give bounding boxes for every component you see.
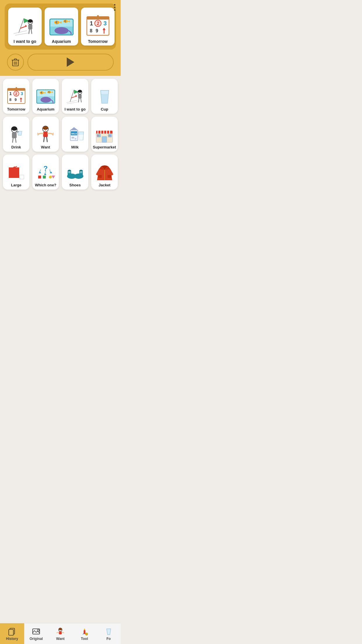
svg-point-17 [55,22,56,23]
strip-card-aquarium[interactable]: Aquarium [45,8,78,46]
want-to-go-image [12,15,38,38]
svg-point-139 [79,170,83,172]
svg-marker-123 [39,172,41,173]
grid-card-label-want-to-go: I want to go [64,107,85,111]
svg-point-101 [71,137,74,139]
svg-point-58 [41,97,51,103]
svg-point-79 [11,127,17,131]
svg-point-102 [75,138,76,139]
svg-text:1: 1 [90,20,93,27]
grid-card-want-to-go[interactable]: I want to go [62,79,88,114]
svg-rect-44 [8,88,25,91]
svg-text:9: 9 [96,28,98,33]
svg-line-126 [50,170,50,173]
svg-text:9: 9 [15,97,17,102]
svg-point-5 [28,19,33,23]
play-button[interactable] [27,54,114,71]
sentence-strip: I want to go [5,4,116,50]
grid-card-label-large: Large [11,183,21,187]
svg-marker-77 [75,95,77,97]
trash-button[interactable] [7,54,24,71]
svg-point-85 [44,129,45,130]
aquarium-grid-image [36,87,56,105]
grid-card-label-cup: Cup [101,107,108,111]
svg-text:?: ? [43,164,48,172]
svg-line-67 [70,90,74,102]
grid-card-label-aquarium: Aquarium [37,107,55,111]
svg-text:MILK: MILK [71,132,77,135]
more-options-button[interactable] [114,4,115,11]
want-grid-image [35,125,56,143]
card-grid-row-1: 1 2 3 8 9 Tomorrow [3,79,118,114]
svg-line-8 [31,29,32,34]
grid-card-which-one[interactable]: ? Which one? [32,155,59,190]
grid-card-label-shoes: Shoes [69,183,81,187]
grid-card-supermarket[interactable]: Supermarket [91,117,118,152]
grid-card-shoes[interactable]: Shoes [62,155,88,190]
svg-line-3 [15,33,28,35]
grid-card-milk[interactable]: MILK Milk [62,117,88,152]
strip-card-label-aquarium: Aquarium [52,39,71,44]
svg-rect-116 [110,135,110,136]
svg-line-75 [81,99,81,102]
svg-rect-24 [87,17,109,20]
grid-card-label-milk: Milk [71,145,78,149]
svg-rect-110 [102,136,107,142]
shoes-grid-image [65,163,85,181]
svg-line-82 [15,138,16,142]
svg-text:3: 3 [21,91,23,96]
svg-marker-131 [52,176,55,178]
which-one-grid-image: ? [36,163,56,181]
aquarium-image [48,15,75,38]
cup-grid-image [94,87,115,105]
svg-marker-125 [44,173,46,175]
svg-rect-104 [96,131,113,134]
grid-card-label-tomorrow: Tomorrow [7,107,25,111]
svg-rect-143 [98,175,102,178]
milk-grid-image: MILK [65,125,85,143]
svg-rect-128 [38,176,41,178]
svg-point-130 [49,176,52,178]
svg-point-134 [68,170,71,172]
card-grid-row-2: Drink [3,117,118,152]
grid-card-label-supermarket: Supermarket [93,145,116,149]
tomorrow-grid-image: 1 2 3 8 9 [6,87,27,105]
svg-rect-80 [12,132,17,138]
svg-text:2: 2 [15,92,17,96]
grid-card-drink[interactable]: Drink [3,117,29,152]
grid-card-want[interactable]: Want [32,117,59,152]
jacket-grid-image [94,163,115,181]
svg-point-21 [64,21,65,22]
svg-rect-6 [28,24,32,29]
svg-marker-98 [70,127,78,130]
strip-card-want-to-go[interactable]: I want to go [8,8,42,46]
drink-grid-image [6,125,26,143]
grid-card-label-drink: Drink [11,145,21,149]
svg-rect-113 [97,135,98,136]
grid-card-jacket[interactable]: Jacket [91,155,118,190]
top-bar: I want to go [0,0,121,76]
svg-rect-114 [99,135,99,136]
grid-card-tomorrow[interactable]: 1 2 3 8 9 Tomorrow [3,79,29,114]
svg-line-74 [78,99,79,102]
grid-card-label-want: Want [41,145,50,149]
svg-rect-73 [78,94,82,99]
strip-card-label-tomorrow: Tomorrow [88,39,108,44]
svg-point-45 [15,87,17,89]
grid-card-label-which-one: Which one? [35,183,57,187]
grid-card-large[interactable]: Large [3,155,29,190]
grid-card-cup[interactable]: Cup [91,79,118,114]
grid-card-aquarium[interactable]: Aquarium [32,79,59,114]
svg-rect-88 [43,132,48,137]
svg-line-0 [19,18,24,33]
svg-line-7 [29,29,29,34]
svg-point-61 [41,92,41,93]
svg-text:8: 8 [9,97,11,102]
svg-text:8: 8 [90,28,92,33]
svg-point-25 [97,15,99,17]
strip-card-tomorrow[interactable]: 1 2 3 8 9 Tomorrow [81,8,115,46]
svg-text:1: 1 [9,91,12,96]
grid-card-label-jacket: Jacket [99,183,110,187]
svg-text:2: 2 [97,21,99,26]
svg-line-2 [14,31,27,34]
